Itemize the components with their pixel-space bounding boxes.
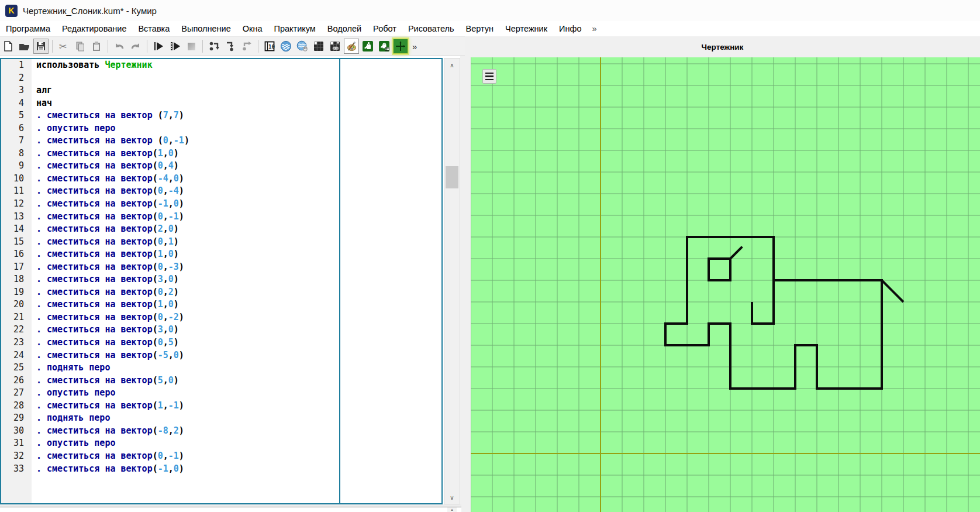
redo-button[interactable]	[128, 39, 143, 54]
menu-item-9[interactable]: Рисователь	[402, 22, 460, 35]
code-line[interactable]: . сместиться на вектор(-8,2)	[36, 425, 441, 438]
save-button[interactable]	[33, 39, 49, 54]
line-number: 28	[1, 400, 24, 413]
code-line[interactable]: . сместиться на вектор(-1,0)	[36, 463, 441, 476]
code-line[interactable]: . сместиться на вектор(0,-1)	[36, 211, 441, 224]
menu-item-2[interactable]: Редактирование	[56, 22, 132, 35]
code-area[interactable]: использовать Чертежникалгнач. сместиться…	[36, 59, 441, 503]
code-line[interactable]: . сместиться на вектор (0,-1)	[36, 135, 441, 147]
menu-item-1[interactable]: Программа	[0, 22, 56, 35]
run-blind-button[interactable]	[167, 39, 182, 54]
cut-button[interactable]: ✂	[56, 39, 71, 54]
code-line[interactable]: . поднять перо	[36, 412, 441, 425]
step-into-button[interactable]	[223, 39, 238, 54]
menu-item-4[interactable]: Выполнение	[175, 22, 236, 35]
code-line[interactable]: . сместиться на вектор(1,-1)	[36, 400, 441, 413]
line-number: 10	[1, 173, 24, 185]
menu-item-12[interactable]: Инфо	[553, 22, 587, 35]
drawer-field	[471, 57, 980, 512]
code-line[interactable]: . опустить перо	[36, 387, 441, 400]
code-line[interactable]: . сместиться на вектор(3,0)	[36, 273, 441, 286]
menu-item-3[interactable]: Вставка	[132, 22, 175, 35]
robot-field-icon	[313, 40, 325, 52]
open-button[interactable]	[17, 39, 32, 54]
code-line[interactable]	[36, 72, 441, 85]
code-line[interactable]: . сместиться на вектор(5,0)	[36, 374, 441, 387]
code-line[interactable]: . сместиться на вектор (7,7)	[36, 109, 441, 122]
code-line[interactable]: . сместиться на вектор(2,0)	[36, 223, 441, 236]
code-line[interactable]: . сместиться на вектор(3,0)	[36, 324, 441, 336]
step-over-button[interactable]	[206, 39, 222, 54]
line-number: 20	[1, 298, 24, 311]
painter-icon	[346, 40, 357, 52]
code-editor[interactable]: 1234567891011121314151617181920212223242…	[0, 58, 443, 504]
vertun-calc-button[interactable]	[377, 39, 392, 54]
line-number: 31	[1, 437, 24, 450]
menu-item-7[interactable]: Водолей	[322, 22, 367, 35]
cut-icon: ✂	[58, 40, 70, 52]
scrollbar-thumb[interactable]	[446, 166, 458, 188]
code-line[interactable]: . сместиться на вектор(0,-4)	[36, 185, 441, 198]
code-line[interactable]: . сместиться на вектор(0,1)	[36, 236, 441, 249]
vodoley-control-button[interactable]	[295, 39, 310, 54]
scroll-up-button[interactable]: ∧	[444, 59, 460, 71]
code-line[interactable]: . сместиться на вектор(0,-2)	[36, 311, 441, 324]
code-line[interactable]: . опустить перо	[36, 122, 441, 135]
code-line[interactable]: . сместиться на вектор(1,0)	[36, 147, 441, 160]
io-console[interactable]: ▴	[0, 504, 461, 512]
new-file-button[interactable]	[1, 39, 16, 54]
panel-splitter[interactable]	[460, 56, 471, 512]
line-number: 25	[1, 362, 24, 374]
chertezhnik-button[interactable]	[393, 39, 408, 54]
menu-item-10[interactable]: Вертун	[460, 22, 500, 35]
code-line[interactable]: . сместиться на вектор(0,-3)	[36, 261, 441, 274]
code-line[interactable]: . сместиться на вектор(-1,0)	[36, 198, 441, 211]
line-number: 1	[1, 59, 24, 72]
robot-field-button[interactable]	[311, 39, 326, 54]
scroll-down-button[interactable]: ∨	[444, 491, 460, 504]
step-out-button[interactable]	[239, 39, 254, 54]
code-line[interactable]: . сместиться на вектор(0,5)	[36, 336, 441, 349]
menu-overflow[interactable]: »	[588, 22, 602, 35]
code-line[interactable]: алг	[36, 84, 441, 97]
menu-item-5[interactable]: Окна	[237, 22, 268, 35]
copy-button[interactable]	[73, 39, 88, 54]
code-line[interactable]: . сместиться на вектор(1,0)	[36, 248, 441, 261]
menu-item-11[interactable]: Чертежник	[499, 22, 553, 35]
menu-item-8[interactable]: Робот	[367, 22, 402, 35]
code-line[interactable]: . сместиться на вектор(0,2)	[36, 286, 441, 299]
code-line[interactable]: . опустить перо	[36, 437, 441, 450]
run-button[interactable]	[151, 39, 166, 54]
painter-button[interactable]	[344, 39, 359, 54]
line-number: 26	[1, 374, 24, 387]
code-line[interactable]: . сместиться на вектор(0,-1)	[36, 450, 441, 463]
io-console-area[interactable]	[0, 507, 461, 512]
menu-bar: ПрограммаРедактированиеВставкаВыполнение…	[0, 21, 980, 36]
code-line[interactable]: использовать Чертежник	[36, 59, 441, 72]
editor-vertical-scrollbar[interactable]: ∧ ∨	[444, 58, 460, 504]
step-into-icon	[225, 40, 236, 52]
code-line[interactable]: . сместиться на вектор(0,4)	[36, 160, 441, 173]
menu-item-6[interactable]: Практикум	[268, 22, 321, 35]
stop-button[interactable]	[184, 39, 199, 54]
margin-toggle-button[interactable]: 10	[262, 39, 277, 54]
toolbar-separator	[108, 40, 108, 53]
console-scroll-up-icon[interactable]: ▴	[447, 507, 457, 512]
vertun-icon	[362, 40, 374, 52]
code-line[interactable]: . сместиться на вектор(-5,0)	[36, 349, 441, 362]
title-bar: K Чертежник_Слоник.kum* - Кумир	[0, 0, 980, 21]
svg-text:10: 10	[268, 44, 275, 50]
toolbar-overflow[interactable]: »	[412, 42, 417, 51]
undo-button[interactable]	[112, 39, 127, 54]
drawer-menu-button[interactable]	[482, 69, 496, 84]
line-number: 7	[1, 135, 24, 147]
code-line[interactable]: нач	[36, 97, 441, 110]
code-line[interactable]: . сместиться на вектор(1,0)	[36, 298, 441, 311]
vodoley-button[interactable]	[278, 39, 294, 54]
code-line[interactable]: . поднять перо	[36, 362, 441, 374]
code-line[interactable]: . сместиться на вектор(-4,0)	[36, 173, 441, 185]
line-number: 23	[1, 336, 24, 349]
robot-control-button[interactable]	[327, 39, 343, 54]
paste-button[interactable]	[89, 39, 104, 54]
vertun-button[interactable]	[360, 39, 375, 54]
